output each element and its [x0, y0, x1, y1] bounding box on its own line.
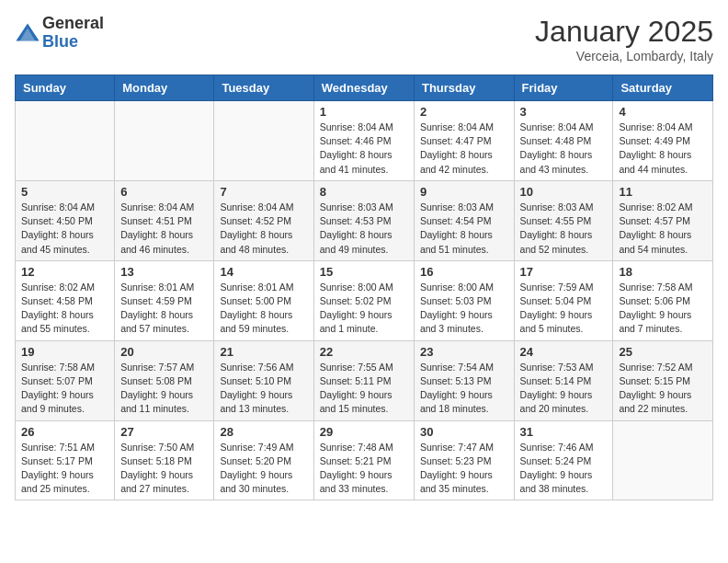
- day-number: 11: [619, 185, 707, 199]
- calendar-table: SundayMondayTuesdayWednesdayThursdayFrid…: [15, 75, 713, 500]
- calendar-cell: 4Sunrise: 8:04 AM Sunset: 4:49 PM Daylig…: [613, 101, 713, 181]
- week-row-3: 12Sunrise: 8:02 AM Sunset: 4:58 PM Dayli…: [16, 260, 713, 340]
- week-row-2: 5Sunrise: 8:04 AM Sunset: 4:50 PM Daylig…: [16, 180, 713, 260]
- calendar-cell: 21Sunrise: 7:56 AM Sunset: 5:10 PM Dayli…: [214, 340, 313, 420]
- calendar-cell: 28Sunrise: 7:49 AM Sunset: 5:20 PM Dayli…: [214, 420, 313, 500]
- day-info: Sunrise: 7:58 AM Sunset: 5:07 PM Dayligh…: [21, 361, 108, 417]
- day-number: 17: [520, 265, 608, 279]
- calendar-cell: 9Sunrise: 8:03 AM Sunset: 4:54 PM Daylig…: [414, 180, 514, 260]
- day-number: 13: [120, 265, 208, 279]
- day-number: 8: [320, 185, 408, 199]
- day-info: Sunrise: 7:51 AM Sunset: 5:17 PM Dayligh…: [21, 441, 108, 497]
- calendar-cell: 5Sunrise: 8:04 AM Sunset: 4:50 PM Daylig…: [16, 180, 115, 260]
- day-number: 28: [220, 425, 307, 439]
- logo: General Blue: [15, 15, 104, 52]
- day-number: 25: [619, 345, 707, 359]
- day-info: Sunrise: 7:54 AM Sunset: 5:13 PM Dayligh…: [420, 361, 508, 417]
- weekday-row: SundayMondayTuesdayWednesdayThursdayFrid…: [16, 75, 713, 101]
- calendar-cell: 19Sunrise: 7:58 AM Sunset: 5:07 PM Dayli…: [16, 340, 115, 420]
- title-block: January 2025 Verceia, Lombardy, Italy: [535, 15, 713, 63]
- month-title: January 2025: [535, 15, 713, 49]
- weekday-header-monday: Monday: [115, 75, 214, 101]
- calendar-cell: 23Sunrise: 7:54 AM Sunset: 5:13 PM Dayli…: [414, 340, 514, 420]
- calendar-cell: 13Sunrise: 8:01 AM Sunset: 4:59 PM Dayli…: [115, 260, 214, 340]
- day-number: 19: [21, 345, 108, 359]
- calendar-cell: 31Sunrise: 7:46 AM Sunset: 5:24 PM Dayli…: [514, 420, 613, 500]
- day-info: Sunrise: 8:01 AM Sunset: 5:00 PM Dayligh…: [220, 281, 307, 337]
- calendar-cell: 18Sunrise: 7:58 AM Sunset: 5:06 PM Dayli…: [613, 260, 713, 340]
- calendar-cell: 12Sunrise: 8:02 AM Sunset: 4:58 PM Dayli…: [16, 260, 115, 340]
- day-number: 29: [320, 425, 408, 439]
- calendar-cell: 29Sunrise: 7:48 AM Sunset: 5:21 PM Dayli…: [313, 420, 414, 500]
- day-number: 23: [420, 345, 508, 359]
- calendar-cell: 6Sunrise: 8:04 AM Sunset: 4:51 PM Daylig…: [115, 180, 214, 260]
- day-info: Sunrise: 7:59 AM Sunset: 5:04 PM Dayligh…: [520, 281, 608, 337]
- day-info: Sunrise: 8:00 AM Sunset: 5:03 PM Dayligh…: [420, 281, 508, 337]
- day-number: 20: [120, 345, 208, 359]
- calendar-header: SundayMondayTuesdayWednesdayThursdayFrid…: [16, 75, 713, 101]
- day-number: 14: [220, 265, 307, 279]
- week-row-5: 26Sunrise: 7:51 AM Sunset: 5:17 PM Dayli…: [16, 420, 713, 500]
- day-info: Sunrise: 7:56 AM Sunset: 5:10 PM Dayligh…: [220, 361, 307, 417]
- weekday-header-saturday: Saturday: [613, 75, 713, 101]
- day-info: Sunrise: 7:46 AM Sunset: 5:24 PM Dayligh…: [520, 441, 608, 497]
- day-info: Sunrise: 7:52 AM Sunset: 5:15 PM Dayligh…: [619, 361, 707, 417]
- day-info: Sunrise: 7:47 AM Sunset: 5:23 PM Dayligh…: [420, 441, 508, 497]
- calendar-cell: 15Sunrise: 8:00 AM Sunset: 5:02 PM Dayli…: [313, 260, 414, 340]
- calendar-cell: 16Sunrise: 8:00 AM Sunset: 5:03 PM Dayli…: [414, 260, 514, 340]
- calendar-body: 1Sunrise: 8:04 AM Sunset: 4:46 PM Daylig…: [16, 101, 713, 500]
- day-number: 21: [220, 345, 307, 359]
- day-number: 5: [21, 185, 108, 199]
- day-number: 4: [619, 105, 707, 119]
- day-info: Sunrise: 8:01 AM Sunset: 4:59 PM Dayligh…: [120, 281, 208, 337]
- day-number: 6: [120, 185, 208, 199]
- day-number: 3: [520, 105, 608, 119]
- location: Verceia, Lombardy, Italy: [535, 49, 713, 63]
- day-info: Sunrise: 8:04 AM Sunset: 4:51 PM Dayligh…: [120, 201, 208, 257]
- logo-icon: [15, 20, 40, 46]
- day-info: Sunrise: 8:03 AM Sunset: 4:53 PM Dayligh…: [320, 201, 408, 257]
- calendar-cell: 2Sunrise: 8:04 AM Sunset: 4:47 PM Daylig…: [414, 101, 514, 181]
- logo-blue-text: Blue: [42, 33, 104, 52]
- day-info: Sunrise: 7:55 AM Sunset: 5:11 PM Dayligh…: [320, 361, 408, 417]
- day-info: Sunrise: 7:53 AM Sunset: 5:14 PM Dayligh…: [520, 361, 608, 417]
- weekday-header-wednesday: Wednesday: [313, 75, 414, 101]
- week-row-1: 1Sunrise: 8:04 AM Sunset: 4:46 PM Daylig…: [16, 101, 713, 181]
- calendar-cell: 11Sunrise: 8:02 AM Sunset: 4:57 PM Dayli…: [613, 180, 713, 260]
- day-info: Sunrise: 8:00 AM Sunset: 5:02 PM Dayligh…: [320, 281, 408, 337]
- calendar-cell: 22Sunrise: 7:55 AM Sunset: 5:11 PM Dayli…: [313, 340, 414, 420]
- calendar-cell: 17Sunrise: 7:59 AM Sunset: 5:04 PM Dayli…: [514, 260, 613, 340]
- day-number: 18: [619, 265, 707, 279]
- day-info: Sunrise: 8:03 AM Sunset: 4:54 PM Dayligh…: [420, 201, 508, 257]
- calendar-cell: [115, 101, 214, 181]
- day-info: Sunrise: 8:02 AM Sunset: 4:57 PM Dayligh…: [619, 201, 707, 257]
- calendar-cell: 26Sunrise: 7:51 AM Sunset: 5:17 PM Dayli…: [16, 420, 115, 500]
- day-number: 30: [420, 425, 508, 439]
- day-number: 15: [320, 265, 408, 279]
- day-number: 9: [420, 185, 508, 199]
- calendar-cell: 20Sunrise: 7:57 AM Sunset: 5:08 PM Dayli…: [115, 340, 214, 420]
- day-number: 1: [320, 105, 408, 119]
- day-number: 26: [21, 425, 108, 439]
- weekday-header-thursday: Thursday: [414, 75, 514, 101]
- calendar-cell: 27Sunrise: 7:50 AM Sunset: 5:18 PM Dayli…: [115, 420, 214, 500]
- logo-general-text: General: [42, 15, 104, 33]
- weekday-header-sunday: Sunday: [16, 75, 115, 101]
- day-info: Sunrise: 7:58 AM Sunset: 5:06 PM Dayligh…: [619, 281, 707, 337]
- calendar-cell: 7Sunrise: 8:04 AM Sunset: 4:52 PM Daylig…: [214, 180, 313, 260]
- day-number: 22: [320, 345, 408, 359]
- day-info: Sunrise: 7:49 AM Sunset: 5:20 PM Dayligh…: [220, 441, 307, 497]
- day-info: Sunrise: 8:03 AM Sunset: 4:55 PM Dayligh…: [520, 201, 608, 257]
- calendar-cell: [16, 101, 115, 181]
- day-info: Sunrise: 8:04 AM Sunset: 4:49 PM Dayligh…: [619, 121, 707, 177]
- day-number: 7: [220, 185, 307, 199]
- calendar-cell: 25Sunrise: 7:52 AM Sunset: 5:15 PM Dayli…: [613, 340, 713, 420]
- weekday-header-friday: Friday: [514, 75, 613, 101]
- day-info: Sunrise: 8:04 AM Sunset: 4:48 PM Dayligh…: [520, 121, 608, 177]
- day-info: Sunrise: 8:04 AM Sunset: 4:47 PM Dayligh…: [420, 121, 508, 177]
- calendar-cell: 1Sunrise: 8:04 AM Sunset: 4:46 PM Daylig…: [313, 101, 414, 181]
- day-info: Sunrise: 7:50 AM Sunset: 5:18 PM Dayligh…: [120, 441, 208, 497]
- calendar-cell: [613, 420, 713, 500]
- day-number: 12: [21, 265, 108, 279]
- week-row-4: 19Sunrise: 7:58 AM Sunset: 5:07 PM Dayli…: [16, 340, 713, 420]
